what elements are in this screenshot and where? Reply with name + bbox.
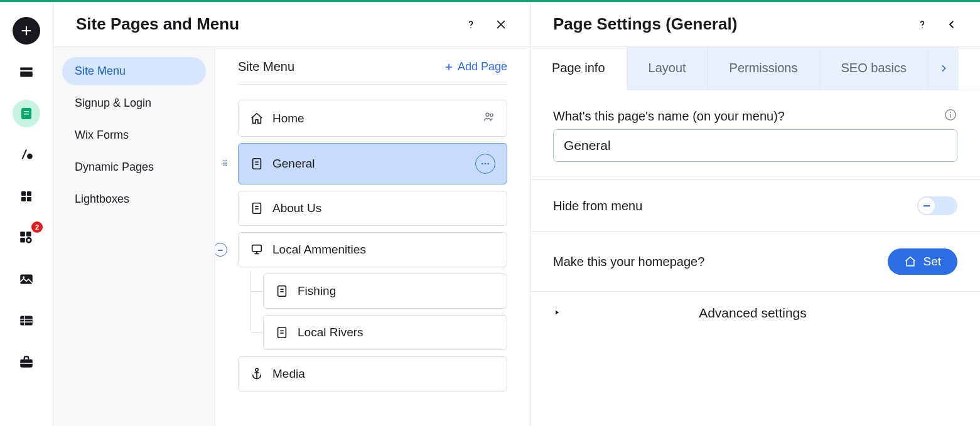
page-label: Local Ammenities	[272, 243, 366, 257]
help-icon	[465, 18, 477, 31]
svg-rect-9	[27, 197, 31, 201]
svg-point-40	[256, 368, 259, 371]
panel-help-button[interactable]	[465, 18, 477, 31]
sidebar-item-dynamic-pages[interactable]: Dynamic Pages	[62, 153, 206, 181]
panel-title: Site Pages and Menu	[76, 14, 239, 34]
drag-handle-icon[interactable]: ⠿	[222, 159, 228, 168]
settings-tabs: Page info Layout Permissions SEO basics	[530, 47, 980, 90]
editor-tool-rail: 2	[0, 2, 53, 426]
svg-point-14	[23, 276, 24, 278]
make-homepage-label: Make this your homepage?	[553, 255, 704, 269]
page-name-info-button[interactable]	[944, 108, 957, 124]
svg-point-23	[490, 114, 493, 116]
sections-icon	[18, 64, 35, 80]
svg-rect-30	[253, 203, 261, 214]
info-icon	[944, 108, 957, 122]
hide-from-menu-toggle[interactable]: −	[917, 196, 957, 215]
svg-point-29	[487, 163, 489, 165]
pages-icon	[19, 106, 34, 121]
svg-rect-3	[24, 111, 29, 112]
tab-overflow-button[interactable]	[929, 47, 959, 90]
tab-layout[interactable]: Layout	[627, 47, 708, 90]
tab-permissions[interactable]: Permissions	[708, 47, 820, 90]
svg-rect-6	[21, 191, 26, 196]
rail-badge: 2	[31, 221, 43, 233]
page-row-local-ammenities[interactable]: − Local Ammenities	[238, 232, 507, 267]
svg-rect-12	[20, 238, 25, 243]
rail-business-button[interactable]	[13, 348, 40, 376]
help-icon	[916, 18, 929, 31]
members-icon	[483, 110, 495, 126]
page-row-about-us[interactable]: About Us	[238, 191, 507, 226]
collapse-toggle-button[interactable]: −	[215, 243, 227, 257]
svg-point-22	[486, 113, 489, 116]
rail-apps-button[interactable]	[13, 183, 40, 210]
puzzle-icon	[18, 230, 35, 246]
settings-help-button[interactable]	[916, 18, 929, 31]
briefcase-icon	[18, 354, 35, 370]
sidebar-item-lightboxes[interactable]: Lightboxes	[62, 185, 206, 213]
page-icon	[275, 284, 289, 298]
advanced-settings-row[interactable]: Advanced settings	[530, 291, 980, 334]
home-icon	[904, 255, 917, 268]
page-row-home[interactable]: Home	[238, 100, 507, 137]
plus-icon	[19, 24, 33, 38]
rail-media-button[interactable]	[13, 265, 40, 293]
svg-rect-15	[20, 316, 33, 325]
home-icon	[250, 112, 264, 125]
rail-cms-button[interactable]	[13, 307, 40, 334]
page-icon	[250, 157, 264, 171]
panel-close-button[interactable]	[495, 18, 507, 31]
tab-page-info[interactable]: Page info	[530, 47, 627, 90]
rail-sections-button[interactable]	[13, 58, 40, 86]
sidebar-item-signup-login[interactable]: Signup & Login	[62, 89, 206, 117]
grid-icon	[19, 189, 34, 204]
svg-rect-8	[21, 197, 26, 201]
page-name-input[interactable]	[553, 129, 957, 162]
page-icon	[250, 201, 264, 215]
site-menu-heading: Site Menu	[238, 60, 294, 74]
svg-rect-37	[278, 327, 286, 338]
svg-rect-11	[26, 232, 31, 237]
svg-rect-1	[20, 72, 33, 77]
hide-from-menu-label: Hide from menu	[553, 199, 642, 213]
pages-category-sidebar: Site Menu Signup & Login Wix Forms Dynam…	[53, 47, 215, 426]
image-icon	[18, 271, 35, 287]
settings-back-button[interactable]	[946, 19, 957, 30]
settings-title: Page Settings (General)	[553, 14, 737, 34]
page-label: Fishing	[298, 284, 336, 298]
tab-seo-basics[interactable]: SEO basics	[820, 47, 929, 90]
page-label: General	[272, 157, 315, 171]
sidebar-item-wix-forms[interactable]: Wix Forms	[62, 121, 206, 149]
advanced-settings-label: Advanced settings	[548, 306, 957, 321]
chevron-left-icon	[946, 19, 957, 30]
svg-rect-0	[20, 67, 33, 70]
svg-rect-7	[27, 191, 31, 196]
page-row-local-rivers[interactable]: Local Rivers	[263, 315, 507, 350]
page-icon	[275, 326, 289, 339]
svg-point-21	[470, 27, 471, 28]
page-more-button[interactable]	[475, 154, 495, 174]
rail-pages-button[interactable]	[13, 100, 40, 127]
svg-point-5	[27, 154, 33, 159]
sidebar-item-site-menu[interactable]: Site Menu	[62, 57, 206, 85]
rail-add-button[interactable]	[13, 17, 40, 45]
rail-app-market-button[interactable]: 2	[13, 224, 40, 252]
plus-icon	[444, 62, 454, 72]
svg-point-27	[482, 163, 483, 165]
page-label: About Us	[272, 201, 321, 215]
page-settings-panel: Page Settings (General) Page info Layout…	[530, 2, 980, 426]
svg-rect-13	[20, 274, 33, 284]
site-menu-area: Site Menu Add Page Home ⠿	[215, 47, 530, 426]
svg-rect-4	[24, 114, 29, 115]
page-row-media[interactable]: Media	[238, 356, 507, 391]
svg-rect-33	[252, 245, 262, 252]
page-row-general[interactable]: ⠿ General	[238, 143, 507, 184]
table-icon	[18, 312, 35, 329]
rail-design-button[interactable]	[13, 141, 40, 169]
set-homepage-button[interactable]: Set	[888, 248, 957, 275]
svg-point-28	[485, 163, 487, 165]
page-row-fishing[interactable]: Fishing	[263, 274, 507, 309]
add-page-button[interactable]: Add Page	[444, 60, 507, 73]
page-label: Media	[272, 367, 305, 381]
